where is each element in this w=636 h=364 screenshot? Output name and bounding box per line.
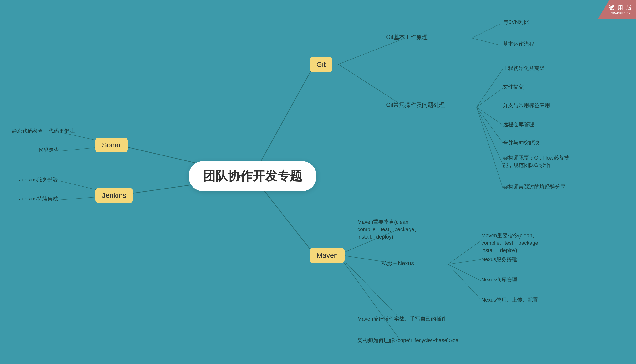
git-node: Git [310, 57, 332, 72]
svg-line-24 [448, 264, 481, 300]
svg-line-5 [472, 24, 500, 38]
git-op-child1: 工程初始化及克隆 [503, 65, 545, 72]
svg-line-9 [477, 88, 503, 107]
svg-line-8 [477, 69, 503, 107]
git-op-child6: 架构师职责：Git Flow必备技能，规范团队Git操作 [503, 154, 569, 169]
nexus-child3: Nexus仓库管理 [481, 276, 517, 283]
git-op-child7: 架构师曾踩过的坑经验分享 [503, 183, 566, 190]
sonar-child2: 代码走查 [38, 146, 59, 154]
trial-label: 试 用 版 [609, 4, 632, 12]
svg-line-0 [253, 64, 314, 176]
maven-sub4: 架构师如何理解Scope\Lifecycle\Phase\Goal [358, 337, 460, 344]
git-op-child5: 合并与冲突解决 [503, 139, 539, 146]
svg-line-26 [338, 255, 400, 340]
git-op-child2: 文件提交 [503, 83, 524, 90]
nexus-child4: Nexus使用、上传、配置 [481, 296, 538, 304]
svg-line-6 [472, 38, 500, 45]
maven-sub1: Maven重要指令(clean、complie、test、package、ins… [358, 218, 434, 240]
svg-line-22 [448, 260, 481, 264]
maven-node: Maven [310, 248, 345, 263]
git-op-child3: 分支与常用标签应用 [503, 102, 550, 109]
jenkins-node: Jenkins [95, 188, 133, 203]
jenkins-child2: Jenkins持续集成 [19, 195, 58, 202]
svg-line-13 [477, 107, 503, 164]
jenkins-child1: Jenkins服务部署 [19, 176, 58, 183]
svg-line-7 [338, 64, 405, 107]
svg-line-12 [477, 107, 503, 143]
git-sub1-label: Git基本工作原理 [386, 33, 428, 41]
center-node: 团队协作开发专题 [189, 161, 316, 191]
svg-line-23 [448, 264, 481, 281]
maven-nexus-label: 私服 - Nexus [381, 260, 414, 267]
sonar-node: Sonar [95, 138, 128, 152]
git-op-child4: 远程仓库管理 [503, 121, 534, 128]
svg-line-14 [477, 107, 503, 188]
sonar-child1: 静态代码检查，代码更健壮 [12, 127, 75, 134]
svg-line-21 [448, 240, 481, 264]
nexus-child2: Nexus服务搭建 [481, 256, 517, 263]
center-label: 团队协作开发专题 [189, 161, 316, 191]
svg-line-4 [338, 38, 405, 64]
trial-sublabel: CRACKED BY [609, 12, 632, 14]
nexus-child1: Maven重要指令(clean、complie、test、package、ins… [481, 232, 558, 254]
git-sub1-child2: 基本运作流程 [503, 40, 534, 48]
maven-sub3: Maven流行插件实战、手写自己的插件 [358, 316, 447, 322]
git-sub2-label: Git常用操作及问题处理 [386, 101, 445, 109]
git-sub1-child1: 与SVN对比 [503, 18, 529, 26]
